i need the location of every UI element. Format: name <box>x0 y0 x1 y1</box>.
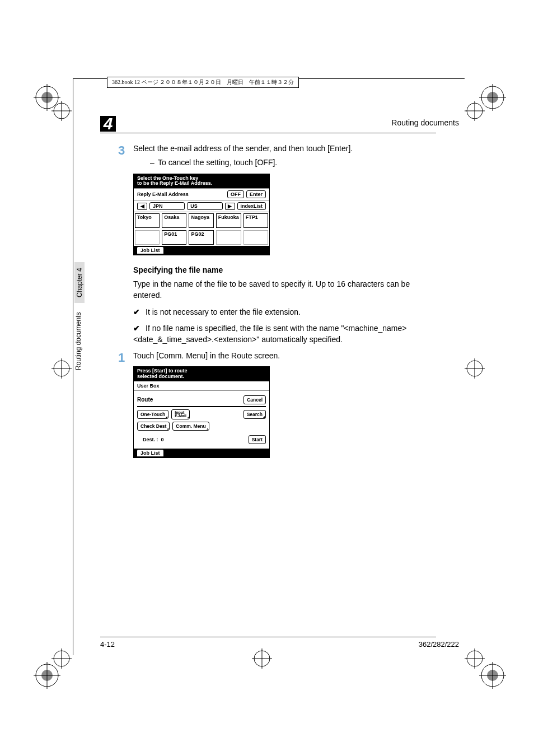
step-number: 1 <box>118 351 125 365</box>
ui-screenshot-route: Press [Start] to route selected document… <box>133 366 270 458</box>
arrow-left-icon[interactable]: ◀ <box>137 203 147 210</box>
regmark-icon <box>51 101 72 121</box>
joblist-tab[interactable]: Job List <box>137 247 163 254</box>
section-para: Type in the name of the file to be saved… <box>133 279 427 301</box>
section-heading: Specifying the file name <box>133 265 427 274</box>
page-frame: 362.book 12 ページ ２００８年１０月２０日 月曜日 午前１１時３２分… <box>73 78 465 655</box>
step-text: Select the e-mail address of the sender,… <box>133 143 427 155</box>
regmark-icon <box>465 648 485 669</box>
regmark-icon <box>51 648 72 669</box>
onetouch-cell[interactable]: Osaka <box>162 213 186 228</box>
onetouch-cell[interactable]: Tokyo <box>135 213 160 228</box>
footer-page: 4-12 <box>100 640 115 648</box>
onetouch-cell[interactable]: PG01 <box>162 230 186 245</box>
onetouch-button[interactable]: One-Touch <box>137 410 168 419</box>
footer-model: 362/282/222 <box>419 640 459 648</box>
cancel-button[interactable]: Cancel <box>243 395 266 404</box>
step-number: 3 <box>118 143 125 158</box>
reply-label: Reply E-Mail Address <box>137 192 225 197</box>
dest-label: Dest. : 0 <box>137 437 164 442</box>
chapter-number: 4 <box>100 116 116 132</box>
side-chapter-label: Chapter 4 <box>74 262 85 303</box>
onetouch-cell[interactable] <box>243 230 268 245</box>
joblist-tab[interactable]: Job List <box>137 450 163 456</box>
header-rule <box>100 133 436 133</box>
enter-button[interactable]: Enter <box>246 190 266 198</box>
route-label: Route <box>137 396 153 403</box>
footer-rule <box>100 637 436 637</box>
book-strip: 362.book 12 ページ ２００８年１０月２０日 月曜日 午前１１時３２分 <box>107 77 299 88</box>
userbox-label: User Box <box>134 381 269 391</box>
onetouch-grid: Tokyo Osaka Nagoya Fukuoka FTP1 PG01 PG0… <box>134 212 269 246</box>
screen-title-line: selected document. <box>137 374 266 380</box>
regmark-icon <box>51 358 72 379</box>
jpn-tab[interactable]: JPN <box>149 202 185 210</box>
off-button[interactable]: OFF <box>227 190 244 198</box>
step-sub: –To cancel the setting, touch [OFF]. <box>150 158 427 167</box>
bullet: ✔If no file name is specified, the file … <box>133 323 427 345</box>
checkdest-button[interactable]: Check Dest <box>137 422 170 431</box>
side-title: Routing documents <box>74 312 82 370</box>
start-button[interactable]: Start <box>249 435 266 444</box>
input-email-button[interactable]: InputE-Mail <box>171 409 190 420</box>
ui-screenshot-reply: Select the One-Touch key to be the Reply… <box>133 174 270 256</box>
onetouch-cell[interactable]: Nagoya <box>189 213 213 228</box>
header-title: Routing documents <box>391 118 459 127</box>
step-text: Touch [Comm. Menu] in the Route screen. <box>133 351 427 362</box>
onetouch-cell[interactable] <box>216 230 241 245</box>
onetouch-cell[interactable]: PG02 <box>189 230 213 245</box>
search-button[interactable]: Search <box>243 410 266 419</box>
arrow-right-icon[interactable]: ▶ <box>225 203 235 210</box>
regmark-icon <box>465 101 485 121</box>
onetouch-cell[interactable] <box>135 230 160 245</box>
indexlist-button[interactable]: indexList <box>237 202 266 210</box>
onetouch-cell[interactable]: Fukuoka <box>216 213 241 228</box>
onetouch-cell[interactable]: FTP1 <box>243 213 268 228</box>
screen-title-line: to be the Reply E-Mail Address. <box>137 181 266 186</box>
us-tab[interactable]: US <box>187 202 222 210</box>
regmark-icon <box>465 358 485 379</box>
commmenu-button[interactable]: Comm. Menu <box>172 422 209 431</box>
bullet: ✔It is not necessary to enter the file e… <box>133 307 427 318</box>
